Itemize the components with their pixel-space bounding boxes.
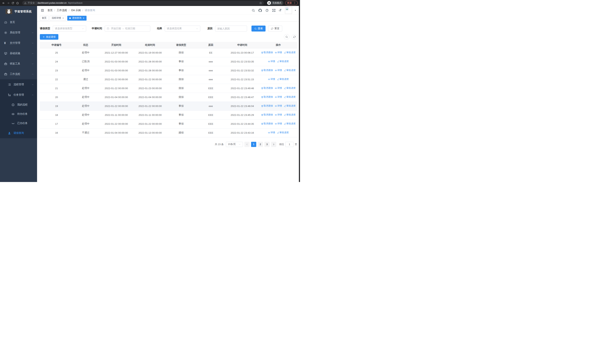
security-label[interactable]: 不安全 — [28, 1, 35, 5]
action-cancel-link[interactable]: 取消请假 — [261, 104, 273, 107]
action-progress-link[interactable]: 审批进度 — [284, 122, 296, 125]
sidebar-collapse-icon[interactable] — [41, 9, 44, 12]
sidebar-item-payment[interactable]: ¥ 支付管理 — [0, 38, 37, 48]
sidebar-item-infra[interactable]: 基础设施 — [0, 48, 37, 59]
action-detail-link[interactable]: 详情 — [275, 51, 282, 54]
action-cancel-link[interactable]: 取消请假 — [261, 95, 273, 99]
table-row: 24已取消2022-01-03 00:00:002022-01-26 00:00… — [40, 57, 297, 66]
action-detail-link[interactable]: 详情 — [275, 69, 282, 72]
address-bar[interactable]: 不安全 dashboard.yudao.iocoder.cn/bpm/oa/le… — [22, 1, 264, 5]
font-size-icon[interactable]: tT — [279, 9, 281, 12]
sidebar-item-process-mgmt[interactable]: 流程管理 — [0, 79, 37, 90]
breadcrumb-item[interactable]: 首页 — [47, 9, 53, 12]
user-menu-caret-icon[interactable] — [294, 9, 296, 11]
reason-input[interactable] — [217, 27, 245, 30]
action-progress-link[interactable]: 审批进度 — [277, 131, 289, 134]
sidebar-item-workflow[interactable]: 工作流程 — [0, 69, 37, 79]
reset-button[interactable]: 重置 — [268, 26, 282, 31]
page-size-select[interactable]: 10条/页 — [226, 142, 243, 147]
action-cancel-link[interactable]: 取消请假 — [261, 51, 273, 54]
leave-type-select[interactable]: 请选择请假类型 — [53, 26, 86, 31]
cell-type: 病假 — [166, 93, 197, 102]
breadcrumb-current: 请假查询 — [85, 9, 95, 12]
face-icon — [11, 103, 15, 106]
action-cancel-link[interactable]: 取消请假 — [261, 113, 273, 116]
bookmark-star-icon[interactable] — [259, 2, 262, 4]
sidebar-item-devtools[interactable]: 研发工具 — [0, 59, 37, 69]
action-detail-link[interactable]: 详情 — [275, 86, 282, 90]
action-cancel-link[interactable]: 取消请假 — [261, 86, 273, 90]
action-detail-link[interactable]: 详情 — [275, 113, 282, 116]
browser-forward-icon[interactable] — [7, 2, 10, 4]
next-page-button[interactable] — [271, 142, 276, 147]
table-row: 25处理中2021-12-27 00:00:002022-01-19 00:00… — [40, 48, 297, 57]
close-icon[interactable]: ✕ — [62, 17, 64, 19]
action-detail-link[interactable]: 详情 — [275, 95, 282, 99]
app-title: 芋道管理系统 — [14, 10, 32, 13]
close-icon[interactable]: ✕ — [83, 17, 84, 19]
action-cancel-link[interactable]: 取消请假 — [261, 69, 273, 72]
cell-applied: 2022-01-23 00:06:17 — [225, 48, 259, 57]
page-button-3[interactable]: 3 — [264, 142, 270, 147]
detail-icon — [268, 131, 270, 134]
goto-unit: 页 — [295, 143, 297, 146]
action-cancel-link[interactable]: 取消请假 — [261, 122, 273, 125]
browser-toolbar: 不安全 dashboard.yudao.iocoder.cn/bpm/oa/le… — [0, 0, 300, 6]
action-progress-link[interactable]: 审批进度 — [284, 69, 296, 72]
update-label[interactable]: 更新 — [287, 1, 292, 5]
calendar-icon — [107, 27, 109, 30]
prev-page-button[interactable] — [244, 142, 250, 147]
breadcrumb-item[interactable]: 工作流程 — [57, 9, 67, 12]
sidebar-item-leave-query[interactable]: 请假查询 — [0, 128, 37, 138]
action-progress-link[interactable]: 审批进度 — [284, 104, 296, 107]
action-detail-link[interactable]: 详情 — [275, 122, 282, 125]
action-detail-link[interactable]: 详情 — [268, 60, 275, 63]
action-progress-link[interactable]: 审批进度 — [277, 60, 289, 63]
tab-leave-query[interactable]: 请假查询 ✕ — [67, 16, 86, 20]
sidebar-item-done-tasks[interactable]: 已办任务 — [0, 119, 37, 128]
browser-reload-icon[interactable] — [11, 2, 14, 4]
active-tab-dot — [69, 18, 71, 19]
action-progress-link[interactable]: 审批进度 — [284, 113, 296, 116]
reset-button-label: 重置 — [274, 27, 280, 30]
fullscreen-icon[interactable] — [272, 9, 276, 12]
cell-end: 2022-01-13 00:00:00 — [134, 128, 166, 137]
goto-page-input[interactable] — [285, 142, 293, 147]
breadcrumb-separator: / — [54, 9, 55, 12]
github-icon[interactable] — [259, 9, 262, 12]
sidebar-item-system[interactable]: 系统管理 — [0, 28, 37, 38]
action-detail-link[interactable]: 详情 — [275, 104, 282, 107]
create-leave-button[interactable]: 发起请假 — [40, 34, 58, 40]
sidebar-item-home[interactable]: 首页 — [0, 17, 37, 28]
action-progress-link[interactable]: 审批进度 — [284, 95, 296, 99]
sidebar-item-todo-tasks[interactable]: 待办任务 — [0, 109, 37, 119]
toggle-search-button[interactable] — [284, 34, 290, 40]
action-progress-link[interactable]: 审批进度 — [277, 78, 289, 81]
result-select[interactable]: 请选择流结果 — [165, 26, 200, 31]
action-progress-link[interactable]: 审批进度 — [284, 51, 296, 54]
user-icon — [8, 131, 11, 135]
page-button-1[interactable]: 1 — [251, 142, 256, 147]
select-placeholder: 请选择请假类型 — [55, 27, 81, 30]
refresh-table-button[interactable] — [292, 34, 297, 40]
avatar[interactable] — [285, 7, 292, 14]
search-button[interactable]: 搜索 — [252, 26, 265, 31]
help-icon[interactable] — [265, 9, 269, 12]
tab-process-detail[interactable]: 流程详情 ✕ — [50, 16, 66, 20]
action-detail-link[interactable]: 详情 — [268, 78, 275, 81]
apply-time-range-picker[interactable]: 开始日期 - 结束日期 — [105, 26, 150, 31]
app-logo-row[interactable]: 芋道管理系统 — [0, 6, 37, 17]
window-edge-scrollbar[interactable] — [299, 6, 300, 182]
browser-back-icon[interactable] — [2, 2, 5, 4]
sidebar-item-task-mgmt[interactable]: 任务管理 — [0, 90, 37, 100]
action-detail-link[interactable]: 详情 — [268, 131, 275, 134]
action-progress-link[interactable]: 审批进度 — [284, 86, 296, 90]
cell-id: 23 — [40, 66, 73, 75]
page-button-2[interactable]: 2 — [258, 142, 263, 147]
browser-home-icon[interactable] — [16, 2, 19, 4]
tab-home[interactable]: 首页 — [40, 16, 48, 20]
sidebar-item-my-process[interactable]: 我的流程 — [0, 100, 37, 109]
breadcrumb-item[interactable]: OA 示例 — [71, 9, 81, 12]
update-chip[interactable]: 更新 — [285, 1, 298, 5]
search-icon[interactable] — [252, 9, 255, 12]
